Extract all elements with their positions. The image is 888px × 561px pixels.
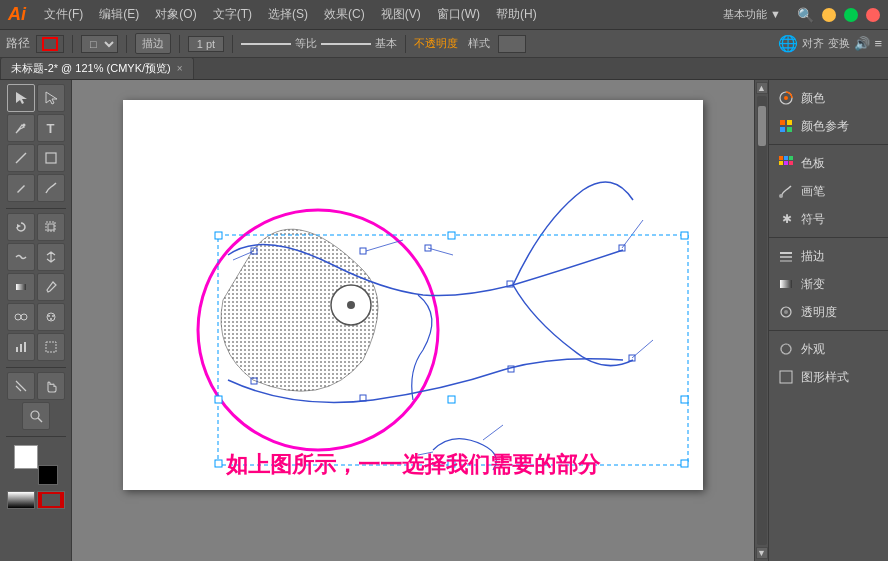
panel-stroke[interactable]: 描边: [769, 242, 888, 270]
gradient-tool[interactable]: [7, 273, 35, 301]
svg-rect-17: [24, 342, 26, 352]
panel-color-ref[interactable]: 颜色参考: [769, 112, 888, 140]
svg-rect-59: [789, 156, 793, 160]
panel-brush[interactable]: 画笔: [769, 177, 888, 205]
shape-tool[interactable]: [37, 144, 65, 172]
tool-row-11: [22, 402, 50, 430]
shape-selector[interactable]: □: [81, 35, 118, 53]
menu-object[interactable]: 对象(O): [147, 2, 204, 27]
panel-swatch[interactable]: 色板: [769, 149, 888, 177]
opacity-panel-icon: [777, 303, 795, 321]
zoom-tool[interactable]: [22, 402, 50, 430]
toolbar-sep-5: [405, 35, 406, 53]
menu-select[interactable]: 选择(S): [260, 2, 316, 27]
quick-mask-btn[interactable]: [37, 491, 65, 509]
svg-line-20: [38, 418, 42, 422]
opacity-label[interactable]: 不透明度: [414, 36, 458, 51]
panel-symbol[interactable]: ✱ 符号: [769, 205, 888, 233]
rotate-tool[interactable]: [7, 213, 35, 241]
gradient-panel-label: 渐变: [801, 276, 825, 293]
minimize-button[interactable]: [822, 8, 836, 22]
normal-mode-btn[interactable]: [7, 491, 35, 509]
svg-point-52: [784, 96, 788, 100]
stroke-color-preview[interactable]: [36, 35, 64, 53]
hand-tool[interactable]: [37, 372, 65, 400]
column-chart-tool[interactable]: [7, 333, 35, 361]
scroll-down-arrow[interactable]: ▼: [756, 547, 768, 559]
scroll-up-arrow[interactable]: ▲: [756, 82, 768, 94]
appearance-panel-label: 外观: [801, 341, 825, 358]
workspace-selector[interactable]: 基本功能 ▼: [723, 7, 781, 22]
panel-graphic-style[interactable]: 图形样式: [769, 363, 888, 391]
svg-rect-43: [448, 232, 455, 239]
artboard-tool[interactable]: [37, 333, 65, 361]
width-tool[interactable]: [37, 243, 65, 271]
menu-help[interactable]: 帮助(H): [488, 2, 545, 27]
maximize-button[interactable]: [844, 8, 858, 22]
color-ref-panel-label: 颜色参考: [801, 118, 849, 135]
stroke-weight-input[interactable]: [188, 36, 224, 52]
panel-appearance[interactable]: 外观: [769, 335, 888, 363]
active-document-tab[interactable]: 未标题-2* @ 121% (CMYK/预览) ×: [0, 57, 194, 79]
svg-rect-62: [789, 161, 793, 165]
foreground-color[interactable]: [14, 445, 38, 469]
panel-sep-3: [769, 330, 888, 331]
menu-text[interactable]: 文字(T): [205, 2, 260, 27]
more-icon[interactable]: 🔊: [854, 36, 870, 51]
options-toolbar: 路径 □ 描边 等比 基本 不透明度 样式 🌐 对齐 变换 🔊 ≡: [0, 30, 888, 58]
svg-rect-4: [46, 153, 56, 163]
tab-close-button[interactable]: ×: [177, 63, 183, 74]
svg-point-63: [779, 194, 783, 198]
style-label[interactable]: 样式: [468, 36, 490, 51]
pencil-tool[interactable]: [7, 174, 35, 202]
svg-line-36: [428, 248, 453, 255]
toolbar-sep-2: [126, 35, 127, 53]
svg-point-14: [50, 318, 52, 320]
tool-row-9: [7, 333, 65, 361]
svg-rect-47: [681, 396, 688, 403]
svg-rect-61: [784, 161, 788, 165]
stroke-line-preview: [241, 43, 291, 45]
panel-gradient[interactable]: 渐变: [769, 270, 888, 298]
menu-window[interactable]: 窗口(W): [429, 2, 488, 27]
tool-row-2: T: [7, 114, 65, 142]
line-tool[interactable]: [7, 144, 35, 172]
menu-file[interactable]: 文件(F): [36, 2, 91, 27]
eyedrop-tool[interactable]: [37, 273, 65, 301]
svg-rect-15: [16, 347, 18, 352]
style-preview[interactable]: [498, 35, 526, 53]
symbol-spray-tool[interactable]: [37, 303, 65, 331]
select-tool[interactable]: [7, 84, 35, 112]
tool-row-6: [7, 243, 65, 271]
background-color[interactable]: [38, 465, 58, 485]
brush-tool[interactable]: [37, 174, 65, 202]
direct-select-tool[interactable]: [37, 84, 65, 112]
symbol-panel-icon: ✱: [777, 210, 795, 228]
menu-view[interactable]: 视图(V): [373, 2, 429, 27]
blend-tool[interactable]: [7, 303, 35, 331]
scroll-track[interactable]: [757, 96, 767, 545]
panel-options-icon[interactable]: ≡: [874, 36, 882, 51]
scroll-thumb[interactable]: [758, 106, 766, 146]
panel-color[interactable]: 颜色: [769, 84, 888, 112]
type-tool[interactable]: T: [37, 114, 65, 142]
search-icon[interactable]: 🔍: [797, 7, 814, 23]
slice-tool[interactable]: [7, 372, 35, 400]
dash-line-preview: [321, 43, 371, 45]
svg-line-38: [632, 340, 653, 358]
tab-title: 未标题-2* @ 121% (CMYK/预览): [11, 61, 171, 76]
svg-marker-5: [17, 224, 21, 228]
align-button[interactable]: 对齐: [802, 36, 824, 51]
warp-tool[interactable]: [7, 243, 35, 271]
tool-row-8: [7, 303, 65, 331]
vertical-scrollbar[interactable]: ▲ ▼: [754, 80, 768, 561]
stroke-mode-btn[interactable]: 描边: [135, 33, 171, 54]
panel-opacity[interactable]: 透明度: [769, 298, 888, 326]
menu-edit[interactable]: 编辑(E): [91, 2, 147, 27]
pen-tool[interactable]: [7, 114, 35, 142]
close-button[interactable]: [866, 8, 880, 22]
transform-button[interactable]: 变换: [828, 36, 850, 51]
svg-rect-18: [46, 342, 56, 352]
menu-effect[interactable]: 效果(C): [316, 2, 373, 27]
scale-tool[interactable]: [37, 213, 65, 241]
